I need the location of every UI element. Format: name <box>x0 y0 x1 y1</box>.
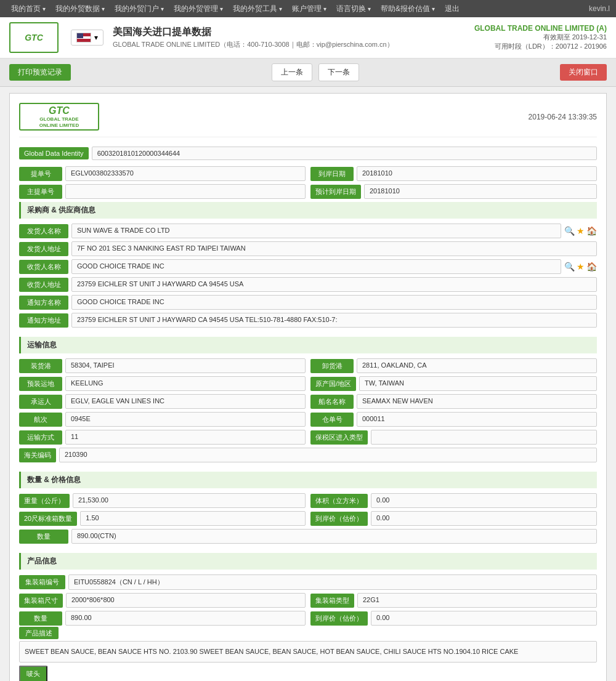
global-data-identity-row: Global Data Identity 6003201810120000344… <box>19 147 597 160</box>
estimated-arrival-value: 20181010 <box>364 184 597 199</box>
prev-button[interactable]: 上一条 <box>272 63 312 81</box>
master-bill-label: 主提单号 <box>19 185 62 199</box>
chevron-down-icon: ▾ <box>43 6 46 12</box>
nav-trade-mgmt[interactable]: 我的外贸管理 ▾ <box>169 4 228 14</box>
unloading-port-value: 2811, OAKLAND, CA <box>357 358 597 373</box>
arrival-date-value: 20181010 <box>357 166 597 181</box>
nav-home[interactable]: 我的首页 ▾ <box>6 4 51 14</box>
weight-pair: 重量（公斤） 21,530.00 <box>19 493 306 508</box>
vessel-name-label: 船名名称 <box>310 395 354 409</box>
containers-price-row: 20尺标准箱数量 1.50 到岸价（估价） 0.00 <box>19 511 597 526</box>
marks-button-row: 唛头 <box>19 666 597 682</box>
container-size-value: 2000*806*800 <box>66 593 306 608</box>
quantity-row: 数量 890.00(CTN) <box>19 529 597 544</box>
bill-number-row: 提单号 EGLV003802333570 到岸日期 20181010 <box>19 166 597 181</box>
weight-volume-row: 重量（公斤） 21,530.00 体积（立方米） 0.00 <box>19 493 597 508</box>
doc-timestamp: 2019-06-24 13:39:35 <box>529 113 597 121</box>
header-right-info: GLOBAL TRADE ONLINE LIMITED (A) 有效期至 201… <box>474 24 607 51</box>
arrival-price-pair: 到岸价（估价） 0.00 <box>310 511 597 526</box>
transport-mode-value: 11 <box>65 430 306 445</box>
page-title: 美国海关进口提单数据 <box>113 26 474 39</box>
home-icon[interactable]: 🏠 <box>586 262 597 272</box>
chevron-down-icon: ▾ <box>368 6 371 12</box>
language-switcher[interactable]: ▾ <box>71 30 103 46</box>
bill-number-label: 提单号 <box>19 167 62 181</box>
arrival-date-pair: 到岸日期 20181010 <box>310 166 597 181</box>
transport-mode-pair: 运输方式 11 <box>19 430 306 445</box>
print-button[interactable]: 打印预览记录 <box>9 64 71 81</box>
consignee-address-row: 收货人地址 23759 EICHLER ST UNIT J HAYWARD CA… <box>19 277 597 292</box>
master-bill-row: 主提单号 预计到岸日期 20181010 <box>19 184 597 199</box>
star-icon[interactable]: ★ <box>577 226 585 236</box>
container-number-pair: 仓单号 000011 <box>310 412 597 427</box>
vessel-name-pair: 船名名称 SEAMAX NEW HAVEN <box>310 394 597 409</box>
search-icon[interactable]: 🔍 <box>564 262 575 272</box>
carrier-label: 承运人 <box>19 395 62 409</box>
origin-country-label: 原产国/地区 <box>310 377 356 391</box>
origin-country-value: TW, TAIWAN <box>359 376 597 391</box>
container-number-label: 仓单号 <box>310 413 354 427</box>
bill-number-pair: 提单号 EGLV003802333570 <box>19 166 306 181</box>
weight-value: 21,530.00 <box>73 493 306 508</box>
product-price-label: 到岸价（估价） <box>310 611 368 626</box>
shipper-name-label: 发货人名称 <box>19 224 68 238</box>
bill-number-value: EGLV003802333570 <box>65 166 306 181</box>
nav-account[interactable]: 账户管理 ▾ <box>287 4 331 14</box>
notify-name-row: 通知方名称 GOOD CHOICE TRADE INC <box>19 295 597 310</box>
pre-carriage-pair: 预装运地 KEELUNG <box>19 376 306 391</box>
shipper-address-label: 发货人地址 <box>19 242 68 256</box>
product-description: SWEET BEAN SAUCE, BEAN SAUCE HTS NO. 210… <box>19 641 597 663</box>
close-button[interactable]: 关闭窗口 <box>560 64 607 81</box>
top-action-bar: 打印预览记录 上一条 下一条 关闭窗口 <box>0 58 616 87</box>
voyage-value: 0945E <box>65 412 306 427</box>
chevron-down-icon: ▾ <box>323 6 326 12</box>
carrier-pair: 承运人 EGLV, EAGLE VAN LINES INC <box>19 394 306 409</box>
arrival-date-label: 到岸日期 <box>310 167 354 181</box>
header-bar: GTC ▾ 美国海关进口提单数据 GLOBAL TRADE ONLINE LIM… <box>0 17 616 58</box>
valid-until: 有效期至 2019-12-31 <box>474 33 607 42</box>
product-price-pair: 到岸价（估价） 0.00 <box>310 611 597 626</box>
consignee-name-row: 收货人名称 GOOD CHOICE TRADE INC 🔍 ★ 🏠 <box>19 259 597 274</box>
top-navigation: 我的首页 ▾ 我的外贸数据 ▾ 我的外贸门户 ▾ 我的外贸管理 ▾ 我的外贸工具… <box>0 0 616 17</box>
next-button[interactable]: 下一条 <box>318 63 359 81</box>
product-desc-label-row: 产品描述 <box>19 629 597 638</box>
container-size-pair: 集装箱尺寸 2000*806*800 <box>19 593 306 608</box>
chevron-down-icon: ▾ <box>102 6 105 12</box>
master-bill-value <box>65 184 306 199</box>
customs-code-value: 210390 <box>59 448 597 462</box>
marks-button[interactable]: 唛头 <box>19 666 47 682</box>
consignee-address-value: 23759 EICHLER ST UNIT J HAYWARD CA 94545… <box>71 277 597 292</box>
shipper-name-row: 发货人名称 SUN WAVE & TRADE CO LTD 🔍 ★ 🏠 <box>19 224 597 238</box>
consignee-address-label: 收货人地址 <box>19 278 68 292</box>
loading-port-label: 装货港 <box>19 359 62 373</box>
nav-logout[interactable]: 退出 <box>440 4 464 14</box>
header-title-area: 美国海关进口提单数据 GLOBAL TRADE ONLINE LIMITED（电… <box>113 26 474 49</box>
unloading-port-pair: 卸货港 2811, OAKLAND, CA <box>310 358 597 373</box>
nav-language[interactable]: 语言切换 ▾ <box>331 4 376 14</box>
container-type-value: 22G1 <box>357 593 597 608</box>
home-icon[interactable]: 🏠 <box>586 226 597 236</box>
available-time: 可用时段（LDR）：200712 - 201906 <box>474 42 607 51</box>
doc-logo-box: GTC GLOBAL TRADEONLINE LIMITED <box>19 103 99 131</box>
consignee-name-label: 收货人名称 <box>19 260 68 274</box>
customs-code-row: 海关编码 210390 <box>19 448 597 462</box>
document-header: GTC GLOBAL TRADEONLINE LIMITED 2019-06-2… <box>19 103 597 137</box>
pre-carriage-label: 预装运地 <box>19 377 62 391</box>
estimated-arrival-pair: 预计到岸日期 20181010 <box>310 184 597 199</box>
arrival-price-label: 到岸价（估价） <box>310 512 368 526</box>
container-size-label: 集装箱尺寸 <box>19 594 63 608</box>
star-icon[interactable]: ★ <box>577 262 585 272</box>
user-info: kevin.l <box>589 4 610 13</box>
notify-name-label: 通知方名称 <box>19 296 68 310</box>
voyage-row: 航次 0945E 仓单号 000011 <box>19 412 597 427</box>
nav-trade-tools[interactable]: 我的外贸工具 ▾ <box>228 4 287 14</box>
search-icon[interactable]: 🔍 <box>564 226 575 236</box>
nav-trade-data[interactable]: 我的外贸数据 ▾ <box>51 4 110 14</box>
gdi-label: Global Data Identity <box>19 147 89 159</box>
voyage-label: 航次 <box>19 413 62 427</box>
container-id-value: EITU0558824（CN / L / HH） <box>68 574 597 590</box>
nav-help[interactable]: 帮助&报价估值 ▾ <box>376 4 440 14</box>
volume-value: 0.00 <box>371 493 597 508</box>
nav-trade-portal[interactable]: 我的外贸门户 ▾ <box>110 4 169 14</box>
arrival-price-value: 0.00 <box>371 511 597 526</box>
